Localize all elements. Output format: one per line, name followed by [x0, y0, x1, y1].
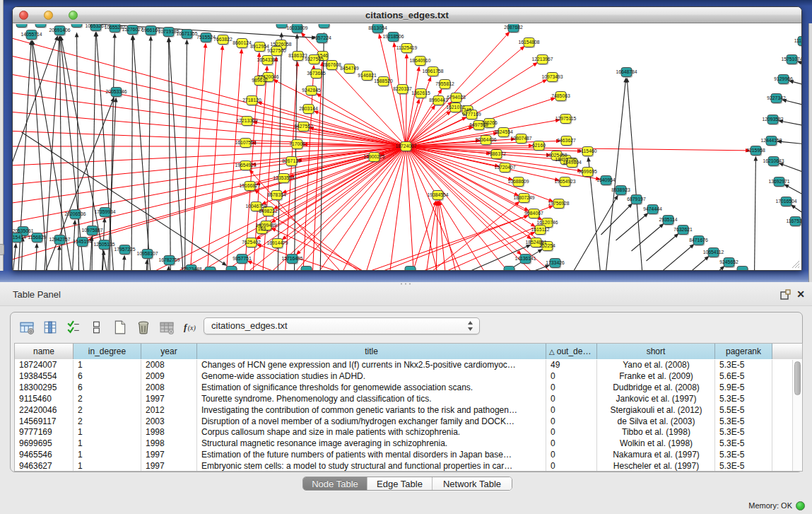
- cell-short[interactable]: Hescheler et al. (1997): [597, 461, 715, 472]
- cell-name[interactable]: 19384554: [19, 371, 73, 382]
- cell-year[interactable]: 2012: [146, 405, 197, 416]
- select-rows-button[interactable]: [61, 317, 85, 337]
- table-row[interactable]: 1872400712008Changes of HCN gene express…: [15, 360, 794, 371]
- cell-short[interactable]: Tibbo et al. (1998): [597, 427, 715, 438]
- table-row[interactable]: 969969511998Structural magnetic resonanc…: [15, 438, 794, 450]
- cell-name[interactable]: 18300295: [19, 382, 73, 394]
- graph-node[interactable]: [504, 267, 514, 271]
- cell-title[interactable]: Genome-wide association studies in ADHD.: [201, 371, 546, 382]
- window-titlebar[interactable]: citations_edges.txt: [13, 7, 801, 23]
- cell-year[interactable]: 2009: [146, 371, 197, 382]
- table-row[interactable]: 2242004622012Investigating the contribut…: [15, 405, 794, 416]
- graph-node[interactable]: [276, 24, 287, 28]
- column-header-short[interactable]: short: [597, 344, 715, 359]
- cell-name[interactable]: 22420046: [19, 405, 73, 416]
- table-row[interactable]: 946554611997Estimation of the future num…: [15, 450, 794, 461]
- graph-node[interactable]: [737, 267, 748, 271]
- cell-in-degree[interactable]: 1: [78, 427, 141, 438]
- cell-year[interactable]: 1997: [146, 461, 197, 472]
- splitter-handle[interactable]: [399, 282, 412, 286]
- tab-node-table[interactable]: Node Table: [303, 477, 367, 490]
- scrollbar-thumb[interactable]: [794, 361, 801, 395]
- cell-pagerank[interactable]: 5.5E-5: [719, 405, 772, 416]
- graph-node[interactable]: [405, 267, 416, 271]
- cell-short[interactable]: Stergiakouli et al. (2012): [597, 405, 715, 416]
- cell-out-de-[interactable]: 0: [551, 394, 597, 405]
- table-row[interactable]: 1830029562008Estimation of significance …: [15, 382, 794, 394]
- cell-year[interactable]: 2008: [146, 360, 197, 371]
- cell-in-degree[interactable]: 1: [78, 450, 141, 461]
- column-header-pagerank[interactable]: pagerank: [715, 344, 772, 359]
- cell-out-de-[interactable]: 0: [551, 382, 597, 394]
- results-panel-collapsed-strip[interactable]: [808, 23, 812, 282]
- tab-edge-table[interactable]: Edge Table: [367, 477, 433, 490]
- cell-year[interactable]: 1998: [146, 427, 197, 438]
- table-chooser-dropdown[interactable]: citations_edges.txt: [204, 317, 480, 334]
- delete-table-button[interactable]: [131, 317, 155, 337]
- cell-name[interactable]: 9115460: [19, 394, 73, 405]
- cell-out-de-[interactable]: 0: [551, 371, 597, 382]
- column-header-name[interactable]: name: [15, 344, 73, 359]
- citation-network-graph[interactable]: 1405571420691406106532671065528715276027…: [13, 24, 801, 271]
- cell-title[interactable]: Disruption of a novel member of a sodium…: [201, 416, 546, 428]
- cell-pagerank[interactable]: 5.3E-5: [719, 450, 772, 461]
- cell-in-degree[interactable]: 1: [78, 360, 141, 371]
- table-row[interactable]: 977716911998Corpus callosum shape and si…: [15, 427, 794, 438]
- graph-node[interactable]: [226, 267, 237, 271]
- graph-node[interactable]: [16, 24, 27, 28]
- cell-title[interactable]: Changes of HCN gene expression and I(f) …: [201, 360, 546, 371]
- cell-in-degree[interactable]: 2: [78, 394, 141, 405]
- cell-year[interactable]: 2008: [146, 382, 197, 394]
- cell-in-degree[interactable]: 1: [78, 461, 141, 472]
- column-header-out-de-[interactable]: △out_de…: [546, 344, 597, 359]
- cell-title[interactable]: Corpus callosum shape and size in male p…: [201, 427, 546, 438]
- cell-pagerank[interactable]: 5.3E-5: [719, 416, 772, 428]
- cell-title[interactable]: Embryonic stem cells: a model to study s…: [201, 461, 546, 472]
- graph-node[interactable]: [35, 24, 46, 28]
- network-graph-canvas[interactable]: 1405571420691406106532671065528715276027…: [13, 24, 801, 270]
- cell-short[interactable]: Jankovic et al. (1997): [597, 394, 715, 405]
- import-table-button[interactable]: [155, 317, 178, 337]
- cell-out-de-[interactable]: 49: [551, 360, 597, 371]
- tab-network-table[interactable]: Network Table: [433, 477, 512, 490]
- cell-year[interactable]: 1997: [146, 394, 197, 405]
- cell-pagerank[interactable]: 5.9E-5: [719, 382, 772, 394]
- cell-name[interactable]: 9465546: [19, 450, 73, 461]
- cell-year[interactable]: 2003: [146, 416, 197, 428]
- cell-pagerank[interactable]: 5.3E-5: [719, 360, 772, 371]
- table-row[interactable]: 911546021997Tourette syndrome. Phenomeno…: [15, 394, 794, 405]
- cell-pagerank[interactable]: 5.3E-5: [719, 394, 772, 405]
- table-row[interactable]: 946362711997Embryonic stem cells: a mode…: [15, 461, 794, 472]
- cell-out-de-[interactable]: 0: [551, 405, 597, 416]
- memory-ok-indicator[interactable]: [796, 501, 805, 510]
- cell-in-degree[interactable]: 2: [78, 405, 141, 416]
- cell-in-degree[interactable]: 1: [78, 438, 141, 450]
- window-resize-grip[interactable]: [791, 259, 800, 269]
- cell-name[interactable]: 9463627: [19, 461, 73, 472]
- cell-short[interactable]: Yano et al. (2008): [597, 360, 715, 371]
- new-table-button[interactable]: [108, 317, 131, 337]
- cell-name[interactable]: 9777169: [19, 427, 73, 438]
- cell-in-degree[interactable]: 2: [78, 416, 141, 428]
- cell-pagerank[interactable]: 5.3E-5: [719, 461, 772, 472]
- cell-short[interactable]: Franke et al. (2009): [597, 371, 715, 382]
- cell-out-de-[interactable]: 0: [551, 427, 597, 438]
- cell-pagerank[interactable]: 5.6E-5: [719, 371, 772, 382]
- cell-year[interactable]: 1997: [146, 450, 197, 461]
- cell-in-degree[interactable]: 6: [78, 371, 141, 382]
- select-columns-button[interactable]: [38, 317, 61, 337]
- cell-short[interactable]: Dudbridge et al. (2008): [597, 382, 715, 394]
- cell-out-de-[interactable]: 0: [551, 416, 597, 428]
- column-header-title[interactable]: title: [197, 344, 546, 359]
- graph-node[interactable]: [205, 267, 216, 271]
- vertical-scrollbar[interactable]: [792, 360, 802, 472]
- column-header-year[interactable]: year: [141, 344, 197, 359]
- table-row[interactable]: 1456911722003Disruption of a novel membe…: [15, 416, 794, 428]
- close-panel-icon[interactable]: ✕: [795, 288, 806, 300]
- cell-year[interactable]: 1998: [146, 438, 197, 450]
- cell-out-de-[interactable]: 0: [551, 450, 597, 461]
- cell-short[interactable]: Wolkin et al. (1998): [597, 438, 715, 450]
- cell-short[interactable]: de Silva et al. (2003): [597, 416, 715, 428]
- graph-node[interactable]: [319, 24, 329, 28]
- cell-title[interactable]: Structural magnetic resonance image aver…: [201, 438, 546, 450]
